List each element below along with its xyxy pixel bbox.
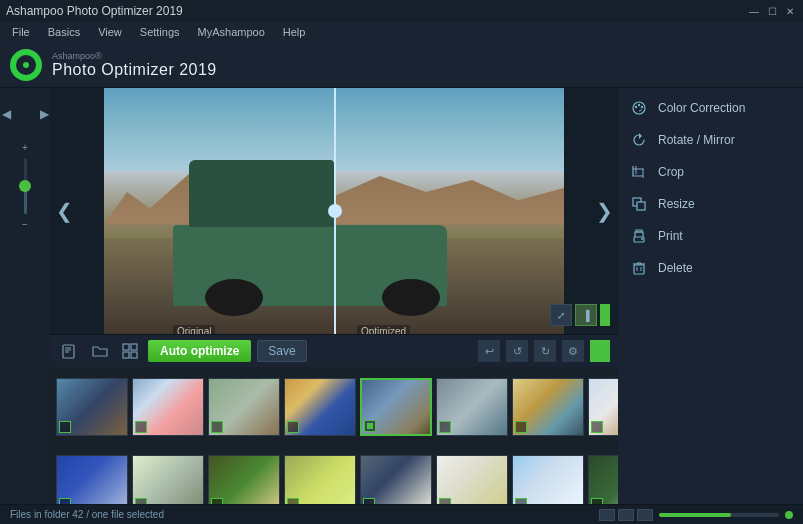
trash-icon [630, 259, 648, 277]
thumbnail-item[interactable] [512, 378, 584, 436]
status-text: Files in folder 42 / one file selected [10, 509, 164, 520]
divider-handle[interactable] [328, 204, 342, 218]
svg-point-9 [635, 106, 637, 108]
app-title-block: Ashampoo® Photo Optimizer 2019 [52, 51, 217, 79]
filmstrip-toolbar: Auto optimize Save ↩ ↺ ↻ ⚙ [50, 335, 618, 367]
photo-container: Original Optimized [50, 88, 618, 334]
thumb-checkbox[interactable] [211, 421, 223, 433]
thumbnail-item[interactable] [436, 378, 508, 436]
svg-rect-7 [131, 352, 137, 358]
status-progress-bar [659, 513, 779, 517]
zoom-slider[interactable] [7, 156, 43, 216]
resize-icon [630, 195, 648, 213]
right-menu-label-print: Print [658, 229, 683, 243]
view-mode-button[interactable] [600, 304, 610, 326]
right-menu-label-crop: Crop [658, 165, 684, 179]
thumbnail-item[interactable] [284, 378, 356, 436]
svg-point-10 [638, 104, 640, 106]
save-button[interactable]: Save [257, 340, 306, 362]
viewer-toolbar: ⤢ ▐ [550, 304, 610, 326]
filmstrip-add-icon[interactable] [58, 339, 82, 363]
thumbnail-item[interactable] [132, 378, 204, 436]
status-bar: Files in folder 42 / one file selected [0, 504, 803, 524]
status-icon2 [618, 509, 634, 521]
app-header: Ashampoo® Photo Optimizer 2019 [0, 42, 803, 88]
thumb-checkbox[interactable] [287, 421, 299, 433]
right-menu-label-color-correction: Color Correction [658, 101, 745, 115]
menu-help[interactable]: Help [275, 24, 314, 40]
left-sidebar: ◀ ▶ + − [0, 88, 50, 524]
filmstrip-green-indicator [590, 340, 610, 362]
original-label: Original [173, 325, 215, 334]
thumb-checkbox[interactable] [439, 421, 451, 433]
thumb-checkbox[interactable] [364, 420, 376, 432]
auto-optimize-button[interactable]: Auto optimize [148, 340, 251, 362]
next-photo-button[interactable]: ❯ [592, 191, 616, 231]
crop-icon [630, 163, 648, 181]
maximize-button[interactable]: ☐ [765, 4, 779, 18]
zoom-plus-icon: + [22, 142, 28, 153]
menu-file[interactable]: File [4, 24, 38, 40]
svg-rect-4 [123, 344, 129, 350]
status-icons [599, 509, 653, 521]
zoom-minus-icon: − [22, 219, 28, 230]
right-menu-label-resize: Resize [658, 197, 695, 211]
right-menu-delete[interactable]: Delete [618, 252, 803, 284]
svg-rect-5 [131, 344, 137, 350]
nav-left-button[interactable]: ◀ [0, 100, 24, 128]
right-menu-resize[interactable]: Resize [618, 188, 803, 220]
right-menu-print[interactable]: Print [618, 220, 803, 252]
status-green-dot [785, 511, 793, 519]
right-menu-rotate-mirror[interactable]: Rotate / Mirror [618, 124, 803, 156]
main-layout: ◀ ▶ + − ❮ [0, 88, 803, 524]
center-content: ❮ [50, 88, 618, 524]
rotate-icon [630, 131, 648, 149]
title-bar-text: Ashampoo Photo Optimizer 2019 [6, 4, 183, 18]
filmstrip-folder-icon[interactable] [88, 339, 112, 363]
status-progress-fill [659, 513, 731, 517]
menu-view[interactable]: View [90, 24, 130, 40]
menu-settings[interactable]: Settings [132, 24, 188, 40]
undo-button[interactable]: ↩ [478, 340, 500, 362]
fullscreen-button[interactable]: ⤢ [550, 304, 572, 326]
thumb-checkbox[interactable] [59, 421, 71, 433]
photo-display: Original Optimized [104, 88, 564, 334]
palette-icon [630, 99, 648, 117]
thumbnail-item[interactable] [56, 378, 128, 436]
menu-basics[interactable]: Basics [40, 24, 88, 40]
close-button[interactable]: ✕ [783, 4, 797, 18]
filmstrip-area: Auto optimize Save ↩ ↺ ↻ ⚙ [50, 334, 618, 524]
svg-rect-6 [123, 352, 129, 358]
minimize-button[interactable]: — [747, 4, 761, 18]
prev-photo-button[interactable]: ❮ [52, 191, 76, 231]
photo-viewer: ❮ [50, 88, 618, 334]
compare-divider[interactable] [334, 88, 336, 334]
settings-button[interactable]: ⚙ [562, 340, 584, 362]
filmstrip-row1 [50, 367, 618, 448]
right-menu-color-correction[interactable]: Color Correction [618, 92, 803, 124]
thumbnail-item[interactable] [588, 378, 618, 436]
zoom-control: + − [5, 142, 45, 230]
status-icon3 [637, 509, 653, 521]
undo2-button[interactable]: ↺ [506, 340, 528, 362]
svg-rect-16 [637, 202, 645, 210]
thumb-checkbox[interactable] [135, 421, 147, 433]
zoom-knob[interactable] [19, 180, 31, 192]
status-right [599, 509, 793, 521]
right-sidebar: Color Correction Rotate / Mirror Crop Re… [618, 88, 803, 524]
menu-myashampoo[interactable]: MyAshampoo [190, 24, 273, 40]
right-menu-crop[interactable]: Crop [618, 156, 803, 188]
thumb-checkbox[interactable] [591, 421, 603, 433]
thumbnail-item[interactable] [360, 378, 432, 436]
app-title: Photo Optimizer 2019 [52, 61, 217, 79]
thumbnail-item[interactable] [208, 378, 280, 436]
split-view-button[interactable]: ▐ [575, 304, 597, 326]
thumb-checkbox[interactable] [515, 421, 527, 433]
svg-point-19 [641, 238, 643, 240]
right-menu-label-delete: Delete [658, 261, 693, 275]
filmstrip-grid-icon[interactable] [118, 339, 142, 363]
title-bar: Ashampoo Photo Optimizer 2019 — ☐ ✕ [0, 0, 803, 22]
redo-button[interactable]: ↻ [534, 340, 556, 362]
optimized-label: Optimized [357, 325, 410, 334]
svg-point-11 [641, 106, 643, 108]
